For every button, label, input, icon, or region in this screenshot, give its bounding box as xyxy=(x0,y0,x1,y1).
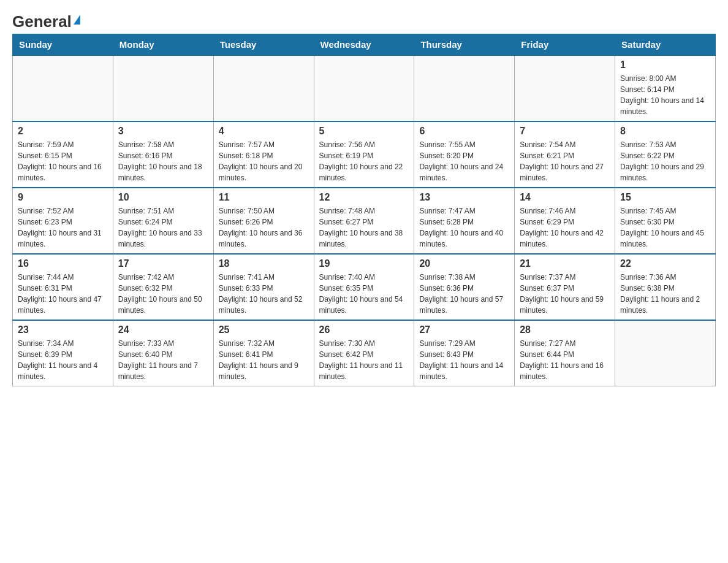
calendar-cell: 14Sunrise: 7:46 AM Sunset: 6:29 PM Dayli… xyxy=(515,188,615,254)
calendar-week-row: 23Sunrise: 7:34 AM Sunset: 6:39 PM Dayli… xyxy=(13,320,716,386)
day-number: 10 xyxy=(118,192,208,203)
calendar-cell xyxy=(113,55,213,121)
day-number: 14 xyxy=(520,192,610,203)
day-info: Sunrise: 7:42 AM Sunset: 6:32 PM Dayligh… xyxy=(118,272,208,316)
day-number: 12 xyxy=(319,192,409,203)
day-of-week-header: Wednesday xyxy=(314,34,414,56)
calendar-header-row: SundayMondayTuesdayWednesdayThursdayFrid… xyxy=(13,34,716,56)
day-info: Sunrise: 7:47 AM Sunset: 6:28 PM Dayligh… xyxy=(419,205,509,250)
day-info: Sunrise: 7:37 AM Sunset: 6:37 PM Dayligh… xyxy=(520,272,610,316)
calendar-cell: 23Sunrise: 7:34 AM Sunset: 6:39 PM Dayli… xyxy=(13,320,113,386)
logo: General xyxy=(12,12,80,28)
calendar-cell: 13Sunrise: 7:47 AM Sunset: 6:28 PM Dayli… xyxy=(414,188,515,254)
day-info: Sunrise: 7:30 AM Sunset: 6:42 PM Dayligh… xyxy=(319,338,409,382)
calendar-cell: 2Sunrise: 7:59 AM Sunset: 6:15 PM Daylig… xyxy=(13,121,113,188)
day-number: 1 xyxy=(620,59,710,71)
calendar-cell: 19Sunrise: 7:40 AM Sunset: 6:35 PM Dayli… xyxy=(314,254,414,320)
day-info: Sunrise: 7:27 AM Sunset: 6:44 PM Dayligh… xyxy=(520,338,610,382)
day-info: Sunrise: 7:36 AM Sunset: 6:38 PM Dayligh… xyxy=(620,272,710,316)
day-info: Sunrise: 7:55 AM Sunset: 6:20 PM Dayligh… xyxy=(419,139,509,183)
calendar-cell: 22Sunrise: 7:36 AM Sunset: 6:38 PM Dayli… xyxy=(615,254,716,320)
calendar-cell: 8Sunrise: 7:53 AM Sunset: 6:22 PM Daylig… xyxy=(615,121,716,188)
day-number: 15 xyxy=(620,192,710,203)
calendar-cell: 25Sunrise: 7:32 AM Sunset: 6:41 PM Dayli… xyxy=(213,320,314,386)
day-info: Sunrise: 7:56 AM Sunset: 6:19 PM Dayligh… xyxy=(319,139,409,183)
calendar-week-row: 2Sunrise: 7:59 AM Sunset: 6:15 PM Daylig… xyxy=(13,121,716,188)
day-info: Sunrise: 7:52 AM Sunset: 6:23 PM Dayligh… xyxy=(18,205,108,250)
calendar-cell: 15Sunrise: 7:45 AM Sunset: 6:30 PM Dayli… xyxy=(615,188,716,254)
day-number: 16 xyxy=(18,258,108,269)
calendar-cell: 18Sunrise: 7:41 AM Sunset: 6:33 PM Dayli… xyxy=(213,254,314,320)
day-info: Sunrise: 7:38 AM Sunset: 6:36 PM Dayligh… xyxy=(419,272,509,316)
day-of-week-header: Friday xyxy=(515,34,615,56)
day-info: Sunrise: 7:57 AM Sunset: 6:18 PM Dayligh… xyxy=(219,139,309,183)
day-info: Sunrise: 7:44 AM Sunset: 6:31 PM Dayligh… xyxy=(18,272,108,316)
calendar-cell: 7Sunrise: 7:54 AM Sunset: 6:21 PM Daylig… xyxy=(515,121,615,188)
page-header: General xyxy=(12,12,716,28)
calendar-cell: 21Sunrise: 7:37 AM Sunset: 6:37 PM Dayli… xyxy=(515,254,615,320)
day-number: 19 xyxy=(319,258,409,269)
calendar-cell xyxy=(615,320,716,386)
calendar-week-row: 1Sunrise: 8:00 AM Sunset: 6:14 PM Daylig… xyxy=(13,55,716,121)
calendar-cell: 1Sunrise: 8:00 AM Sunset: 6:14 PM Daylig… xyxy=(615,55,716,121)
day-number: 8 xyxy=(620,126,710,137)
day-number: 9 xyxy=(18,192,108,203)
day-info: Sunrise: 7:32 AM Sunset: 6:41 PM Dayligh… xyxy=(219,338,309,382)
day-info: Sunrise: 8:00 AM Sunset: 6:14 PM Dayligh… xyxy=(620,73,710,117)
day-number: 5 xyxy=(319,126,409,137)
day-number: 6 xyxy=(419,126,509,137)
day-info: Sunrise: 7:53 AM Sunset: 6:22 PM Dayligh… xyxy=(620,139,710,183)
calendar-cell xyxy=(314,55,414,121)
day-number: 20 xyxy=(419,258,509,269)
day-of-week-header: Saturday xyxy=(615,34,716,56)
calendar-cell: 24Sunrise: 7:33 AM Sunset: 6:40 PM Dayli… xyxy=(113,320,213,386)
day-info: Sunrise: 7:54 AM Sunset: 6:21 PM Dayligh… xyxy=(520,139,610,183)
calendar-cell: 6Sunrise: 7:55 AM Sunset: 6:20 PM Daylig… xyxy=(414,121,515,188)
day-info: Sunrise: 7:29 AM Sunset: 6:43 PM Dayligh… xyxy=(419,338,509,382)
calendar-cell: 11Sunrise: 7:50 AM Sunset: 6:26 PM Dayli… xyxy=(213,188,314,254)
calendar-cell: 10Sunrise: 7:51 AM Sunset: 6:24 PM Dayli… xyxy=(113,188,213,254)
calendar-cell xyxy=(13,55,113,121)
calendar-cell: 9Sunrise: 7:52 AM Sunset: 6:23 PM Daylig… xyxy=(13,188,113,254)
day-number: 4 xyxy=(219,126,309,137)
calendar-week-row: 16Sunrise: 7:44 AM Sunset: 6:31 PM Dayli… xyxy=(13,254,716,320)
day-number: 3 xyxy=(118,126,208,137)
day-of-week-header: Monday xyxy=(113,34,213,56)
calendar-cell: 20Sunrise: 7:38 AM Sunset: 6:36 PM Dayli… xyxy=(414,254,515,320)
calendar-table: SundayMondayTuesdayWednesdayThursdayFrid… xyxy=(12,34,716,386)
day-info: Sunrise: 7:45 AM Sunset: 6:30 PM Dayligh… xyxy=(620,205,710,250)
day-number: 17 xyxy=(118,258,208,269)
calendar-cell: 5Sunrise: 7:56 AM Sunset: 6:19 PM Daylig… xyxy=(314,121,414,188)
calendar-cell: 16Sunrise: 7:44 AM Sunset: 6:31 PM Dayli… xyxy=(13,254,113,320)
day-number: 25 xyxy=(219,324,309,335)
day-of-week-header: Tuesday xyxy=(213,34,314,56)
calendar-cell: 12Sunrise: 7:48 AM Sunset: 6:27 PM Dayli… xyxy=(314,188,414,254)
day-number: 2 xyxy=(18,126,108,137)
day-number: 26 xyxy=(319,324,409,335)
calendar-cell xyxy=(414,55,515,121)
day-number: 28 xyxy=(520,324,610,335)
day-number: 7 xyxy=(520,126,610,137)
day-number: 13 xyxy=(419,192,509,203)
day-info: Sunrise: 7:33 AM Sunset: 6:40 PM Dayligh… xyxy=(118,338,208,382)
day-number: 11 xyxy=(219,192,309,203)
day-info: Sunrise: 7:50 AM Sunset: 6:26 PM Dayligh… xyxy=(219,205,309,250)
calendar-cell: 3Sunrise: 7:58 AM Sunset: 6:16 PM Daylig… xyxy=(113,121,213,188)
day-info: Sunrise: 7:46 AM Sunset: 6:29 PM Dayligh… xyxy=(520,205,610,250)
day-info: Sunrise: 7:59 AM Sunset: 6:15 PM Dayligh… xyxy=(18,139,108,183)
day-info: Sunrise: 7:41 AM Sunset: 6:33 PM Dayligh… xyxy=(219,272,309,316)
calendar-cell: 26Sunrise: 7:30 AM Sunset: 6:42 PM Dayli… xyxy=(314,320,414,386)
calendar-cell: 27Sunrise: 7:29 AM Sunset: 6:43 PM Dayli… xyxy=(414,320,515,386)
day-number: 23 xyxy=(18,324,108,335)
calendar-cell xyxy=(213,55,314,121)
day-info: Sunrise: 7:48 AM Sunset: 6:27 PM Dayligh… xyxy=(319,205,409,250)
logo-general: General xyxy=(12,12,72,31)
calendar-cell: 28Sunrise: 7:27 AM Sunset: 6:44 PM Dayli… xyxy=(515,320,615,386)
day-number: 27 xyxy=(419,324,509,335)
day-of-week-header: Sunday xyxy=(13,34,113,56)
calendar-cell: 4Sunrise: 7:57 AM Sunset: 6:18 PM Daylig… xyxy=(213,121,314,188)
logo-triangle-icon xyxy=(74,15,80,25)
day-number: 24 xyxy=(118,324,208,335)
calendar-cell xyxy=(515,55,615,121)
day-info: Sunrise: 7:51 AM Sunset: 6:24 PM Dayligh… xyxy=(118,205,208,250)
